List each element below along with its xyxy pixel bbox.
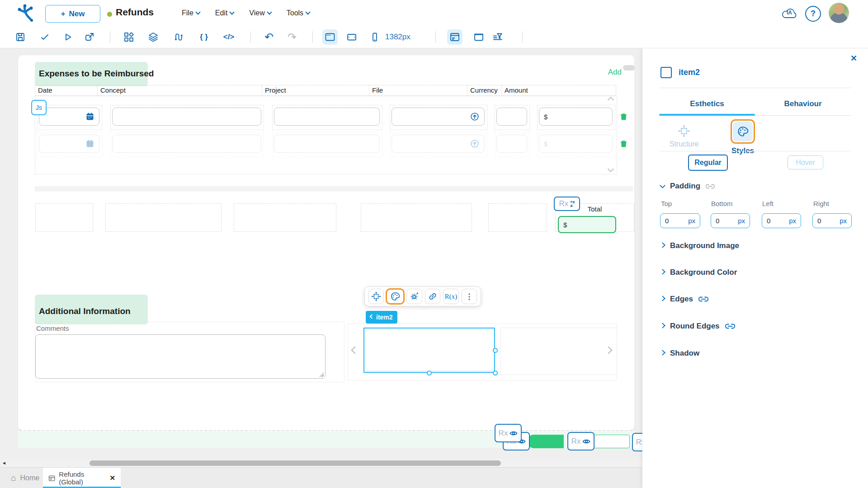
link-button[interactable] [425,289,440,304]
padding-left-input[interactable]: 0px [762,213,801,228]
page-tab-bar: ⌂ Home Refunds (Global) ✕ [0,467,642,488]
layout-rows-button[interactable] [447,29,462,45]
chevron-down-icon [660,183,665,188]
link-icon [698,296,708,302]
rx-formula-badge[interactable]: Rx =x a [554,197,580,211]
horizontal-scrollbar[interactable]: ◄ [0,459,642,467]
ai-assistant-button[interactable]: IA [781,6,798,20]
tab-home[interactable]: ⌂ Home [5,468,46,488]
layout-header-button[interactable] [471,29,486,45]
calendar-icon [85,139,94,148]
kebab-icon: ⋮ [465,292,473,301]
calendar-icon [85,112,94,121]
canvas-scroll-thumb[interactable] [623,65,635,70]
tablet-view-button[interactable] [344,29,359,45]
carousel-item3[interactable] [500,328,617,375]
rfx-formula-button[interactable]: R(x) [443,289,458,304]
view-styles[interactable]: Styles [718,119,768,155]
concept-input[interactable] [112,108,261,126]
state-hover-button[interactable]: Hover [788,155,823,169]
scrollbar-left-arrow[interactable]: ◄ [2,460,6,465]
question-icon: ? [811,9,816,19]
help-button[interactable]: ? [805,6,821,22]
new-button[interactable]: + New [45,5,100,23]
item2-checkbox[interactable] [660,67,672,78]
close-tab-icon[interactable]: ✕ [109,474,115,482]
file-upload-input[interactable] [392,108,485,126]
form-canvas[interactable]: Expenses to be Reimbursed Add Date Conce… [18,55,634,431]
menu-view[interactable]: View [249,9,271,17]
braces-icon: { } [200,33,208,42]
section-background-image[interactable]: Background Image [660,241,739,250]
run-preview-button[interactable] [60,29,75,45]
redo-button[interactable]: ↷ [284,29,300,45]
panel-tabs: Esthetics Behaviour [659,95,851,113]
chevron-left-icon [370,314,374,319]
desktop-view-button[interactable] [322,29,338,45]
redo-icon: ↷ [288,32,297,42]
export-button[interactable] [82,29,97,45]
column-header: Concept [98,85,262,96]
move-button[interactable] [368,289,384,304]
amount-input[interactable]: $ [539,108,613,126]
js-badge[interactable]: Js [31,100,47,115]
components-button[interactable] [121,29,137,45]
upload-icon [470,112,480,122]
tab-refunds-global[interactable]: Refunds (Global) ✕ [43,468,121,488]
rx-visibility-badge[interactable]: Rx [567,432,594,450]
menu-bar: File Edit View Tools [182,0,310,26]
resize-handle-bottom[interactable] [427,371,432,375]
link-icon [706,183,715,189]
avatar[interactable] [829,3,849,23]
styles-button[interactable] [387,290,403,303]
scrollbar-thumb[interactable] [90,460,501,466]
form-page-icon [48,475,55,482]
filter-layout-button[interactable] [490,29,505,45]
comments-textarea[interactable] [35,334,326,379]
menu-tools[interactable]: Tools [287,9,310,17]
tab-behaviour[interactable]: Behaviour [755,95,851,113]
view-structure[interactable]: Structure [659,119,709,155]
padding-top-input[interactable]: 0px [660,213,700,228]
layers-button[interactable] [146,29,161,45]
close-panel-icon[interactable]: ✕ [850,53,857,63]
resize-handle-corner[interactable] [493,371,498,375]
braces-button[interactable]: { } [196,29,212,45]
padding-right-input[interactable]: 0px [812,213,852,228]
code-icon: </> [223,33,235,42]
currency-input[interactable] [496,108,527,126]
section-edges[interactable]: Edges [660,295,708,304]
add-row-link[interactable]: Add [608,68,622,77]
resize-handle-icon[interactable] [320,373,324,377]
section-padding[interactable]: Padding [660,182,715,191]
table-cell [488,203,547,232]
menu-file[interactable]: File [182,9,200,17]
state-regular-button[interactable]: Regular [688,155,728,171]
section-round-edges[interactable]: Round Edges [660,322,735,331]
menu-edit[interactable]: Edit [215,9,234,17]
resize-handle-right[interactable] [493,348,498,353]
repeater-scroll-down-icon[interactable] [608,166,614,172]
selected-item2-element[interactable] [363,328,495,373]
total-amount-field[interactable]: $ [558,216,616,233]
undo-button[interactable]: ↶ [261,29,277,45]
date-input[interactable] [39,108,99,126]
section-background-color[interactable]: Background Color [660,268,737,277]
app-logo[interactable] [16,4,35,22]
more-options-button[interactable]: ⋮ [462,289,477,304]
save-button[interactable] [13,29,28,45]
rx-visibility-badge[interactable]: Rx [495,424,522,442]
tab-esthetics[interactable]: Esthetics [659,95,755,113]
delete-row-button[interactable] [619,112,628,121]
section-shadow[interactable]: Shadow [660,349,699,358]
delete-row-button[interactable] [619,139,628,148]
project-input[interactable] [274,108,380,126]
settings-button[interactable] [406,289,422,304]
source-code-button[interactable]: </> [221,29,236,45]
repeater-scroll-up-icon[interactable] [608,97,614,103]
padding-bottom-input[interactable]: 0px [711,213,750,228]
mobile-view-button[interactable] [367,29,382,45]
item2-breadcrumb-pill[interactable]: item2 [366,311,397,324]
flows-button[interactable] [170,29,186,45]
validate-button[interactable] [37,29,52,45]
